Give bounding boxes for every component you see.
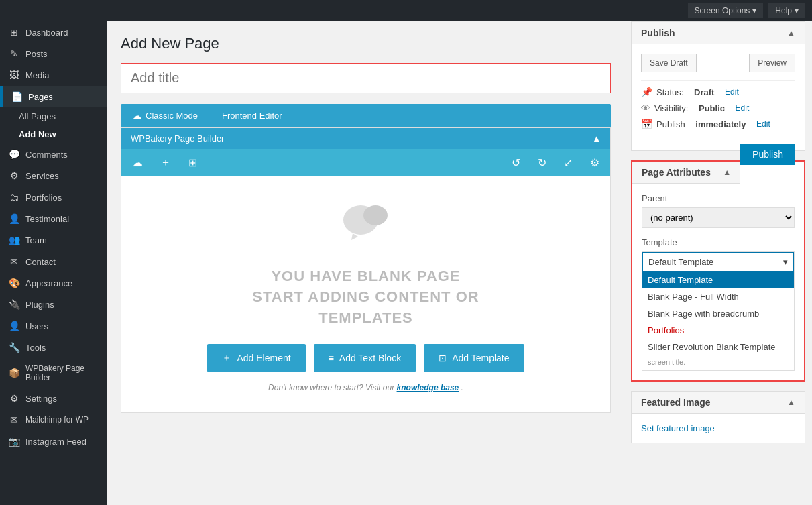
sidebar-item-instagram[interactable]: 📷 Instagram Feed (0, 431, 107, 452)
publish-button[interactable]: Publish (740, 144, 795, 165)
page-title: Add New Page (121, 35, 611, 52)
template-option-blank-breadcrumb[interactable]: Blank Page with breadcrumb (642, 305, 794, 322)
template-option-default[interactable]: Default Template (642, 272, 794, 288)
parent-select[interactable]: (no parent) (642, 207, 795, 228)
sidebar-item-portfolios[interactable]: 🗂 Portfolios (0, 186, 107, 208)
classic-mode-button[interactable]: ☁ Classic Mode (121, 104, 210, 127)
featured-image-header: Featured Image ▲ (632, 392, 805, 414)
sidebar-item-media[interactable]: 🖼 Media (0, 64, 107, 86)
testimonial-icon: 👤 (8, 213, 20, 224)
builder-cloud-button[interactable]: ☁ (128, 154, 147, 172)
publish-panel-body: Save Draft Preview 📌 Status: Draft Edit … (632, 44, 805, 150)
portfolios-icon: 🗂 (8, 192, 20, 203)
chevron-down-icon: ▾ (752, 6, 756, 15)
featured-image-panel: Featured Image ▲ Set featured image (631, 391, 805, 443)
page-attributes-toggle[interactable]: ▲ (723, 168, 731, 177)
template-option-portfolios[interactable]: Portfolios (642, 322, 794, 339)
sidebar-item-contact[interactable]: ✉ Contact (0, 251, 107, 272)
cloud-icon: ☁ (133, 111, 141, 121)
preview-button[interactable]: Preview (749, 54, 795, 72)
page-title-input[interactable] (121, 63, 611, 93)
plugins-icon: 🔌 (8, 299, 20, 310)
collapse-icon[interactable]: ▲ (592, 133, 601, 144)
chevron-down-icon: ▾ (783, 257, 788, 267)
text-icon: ≡ (329, 353, 334, 363)
settings-icon: ⚙ (8, 393, 20, 404)
status-edit-link[interactable]: Edit (725, 87, 739, 97)
sidebar-item-mailchimp[interactable]: ✉ Mailchimp for WP (0, 409, 107, 431)
page-attributes-header: Page Attributes ▲ (632, 162, 740, 184)
builder-hint: Don't know where to start? Visit our kno… (268, 383, 463, 392)
featured-image-body: Set featured image (632, 414, 805, 443)
sidebar-item-users[interactable]: 👤 Users (0, 315, 107, 337)
visibility-row: 👁 Visibility: Public Edit (641, 103, 795, 113)
template-option-slider-blank[interactable]: Slider Revolution Blank Template (642, 339, 794, 355)
set-featured-image-link[interactable]: Set featured image (641, 423, 715, 433)
featured-image-toggle[interactable]: ▲ (787, 398, 795, 407)
screen-options-button[interactable]: Screen Options ▾ (688, 3, 764, 18)
mailchimp-icon: ✉ (8, 414, 20, 425)
template-icon: ⊡ (439, 353, 447, 363)
sidebar-item-settings[interactable]: ⚙ Settings (0, 388, 107, 409)
builder-redo-button[interactable]: ↻ (534, 154, 550, 172)
sidebar-item-services[interactable]: ⚙ Services (0, 165, 107, 186)
sidebar: ⊞ Dashboard ✎ Posts 🖼 Media 📄 Pages All … (0, 21, 107, 505)
publish-time-row: 📅 Publish immediately Edit (641, 119, 795, 129)
sidebar-item-wpbakery[interactable]: 📦 WPBakery Page Builder (0, 358, 107, 388)
builder-actions: ＋ Add Element ≡ Add Text Block ⊡ Add Tem… (207, 344, 524, 372)
sidebar-item-team[interactable]: 👥 Team (0, 229, 107, 251)
help-button[interactable]: Help ▾ (768, 3, 805, 18)
publish-time-edit-link[interactable]: Edit (756, 119, 770, 129)
plus-icon: ＋ (222, 352, 231, 364)
builder-fullscreen-button[interactable]: ⤢ (560, 154, 577, 172)
builder-canvas: YOU HAVE BLANK PAGESTART ADDING CONTENT … (121, 176, 610, 412)
add-element-button[interactable]: ＋ Add Element (207, 344, 305, 372)
sidebar-item-pages[interactable]: 📄 Pages (0, 86, 107, 107)
template-label: Template (642, 237, 795, 247)
save-draft-button[interactable]: Save Draft (641, 54, 697, 72)
builder-grid-button[interactable]: ⊞ (184, 154, 201, 172)
pages-icon: 📄 (11, 91, 23, 102)
calendar-icon: 📅 (641, 119, 652, 129)
status-icon: 📌 (641, 87, 652, 97)
appearance-icon: 🎨 (8, 278, 20, 288)
publish-panel: Publish ▲ Save Draft Preview 📌 Status: D… (631, 21, 805, 151)
instagram-icon: 📷 (8, 436, 20, 447)
screen-title-note: screen title. (642, 355, 794, 370)
posts-icon: ✎ (8, 48, 20, 59)
sidebar-item-plugins[interactable]: 🔌 Plugins (0, 294, 107, 315)
builder-settings-button[interactable]: ⚙ (586, 154, 603, 172)
add-template-button[interactable]: ⊡ Add Template (424, 344, 524, 372)
sidebar-item-add-new[interactable]: Add New (0, 125, 107, 144)
right-sidebar: Publish ▲ Save Draft Preview 📌 Status: D… (624, 21, 812, 505)
status-row: 📌 Status: Draft Edit (641, 87, 795, 97)
sidebar-item-posts[interactable]: ✎ Posts (0, 43, 107, 64)
builder-undo-button[interactable]: ↺ (508, 154, 524, 172)
builder-empty-text: YOU HAVE BLANK PAGESTART ADDING CONTENT … (252, 266, 479, 328)
chevron-down-icon: ▾ (795, 6, 799, 15)
builder-toolbar: ☁ ＋ ⊞ ↺ ↻ ⤢ ⚙ (121, 149, 610, 176)
sidebar-item-appearance[interactable]: 🎨 Appearance (0, 272, 107, 294)
builder-add-button[interactable]: ＋ (156, 153, 175, 172)
builder-header: WPBakery Page Builder ▲ (121, 128, 610, 149)
sidebar-item-comments[interactable]: 💬 Comments (0, 144, 107, 165)
svg-point-1 (363, 205, 388, 225)
sidebar-item-tools[interactable]: 🔧 Tools (0, 337, 107, 358)
template-dropdown-header[interactable]: Default Template ▾ (642, 252, 794, 272)
publish-draft-row: Save Draft Preview (641, 54, 795, 72)
sidebar-item-all-pages[interactable]: All Pages (0, 107, 107, 125)
template-dropdown: Default Template ▾ Default Template Blan… (642, 251, 795, 371)
publish-panel-toggle[interactable]: ▲ (787, 28, 795, 38)
visibility-icon: 👁 (641, 103, 650, 113)
publish-panel-header: Publish ▲ (632, 22, 805, 44)
visibility-edit-link[interactable]: Edit (736, 103, 750, 113)
add-text-block-button[interactable]: ≡ Add Text Block (314, 344, 416, 372)
frontend-editor-button[interactable]: Frontend Editor (210, 104, 294, 127)
contact-icon: ✉ (8, 256, 20, 267)
services-icon: ⚙ (8, 170, 20, 181)
template-option-blank-full[interactable]: Blank Page - Full Width (642, 288, 794, 305)
comments-icon: 💬 (8, 149, 20, 160)
sidebar-item-dashboard[interactable]: ⊞ Dashboard (0, 21, 107, 43)
knowledge-base-link[interactable]: knowledge base (397, 383, 459, 392)
sidebar-item-testimonial[interactable]: 👤 Testimonial (0, 208, 107, 229)
